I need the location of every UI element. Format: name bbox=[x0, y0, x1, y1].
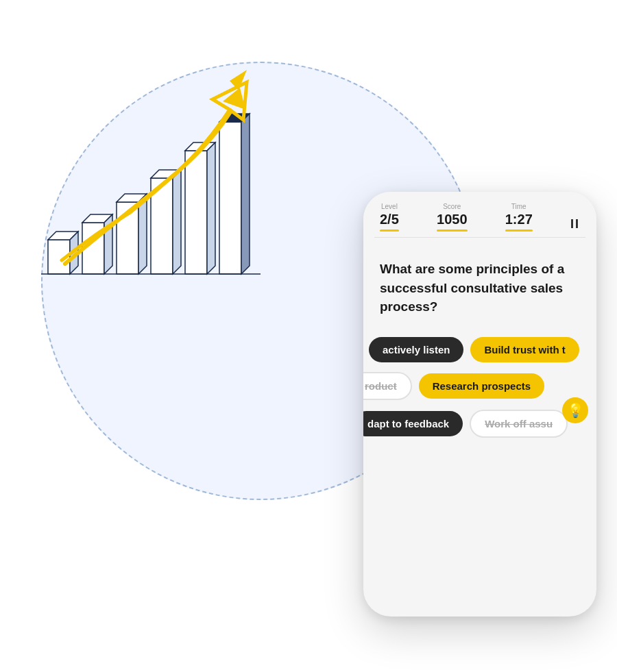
bar-4 bbox=[151, 170, 181, 274]
svg-marker-17 bbox=[241, 114, 250, 274]
time-underline bbox=[505, 229, 533, 232]
chip-work-off-assu[interactable]: Work off assu bbox=[470, 410, 568, 438]
level-value: 2/5 bbox=[380, 212, 399, 227]
chips-row-1: actively listen Build trust with t bbox=[363, 337, 596, 362]
score-value: 1050 bbox=[437, 212, 468, 227]
chip-roduct-partial[interactable]: roduct bbox=[363, 372, 412, 400]
chart-svg bbox=[27, 41, 274, 301]
phone-status-bar: Level 2/5 Score 1050 Time 1:27 II bbox=[363, 192, 596, 237]
chip-research-prospects[interactable]: Research prospects bbox=[419, 373, 544, 399]
svg-rect-15 bbox=[219, 122, 241, 274]
level-label: Level bbox=[381, 203, 398, 210]
chips-row-3: dapt to feedback Work off assu bbox=[363, 410, 596, 438]
level-stat: Level 2/5 bbox=[380, 203, 399, 232]
svg-marker-19 bbox=[230, 70, 247, 90]
phone-wrapper: Level 2/5 Score 1050 Time 1:27 II bbox=[363, 192, 596, 617]
time-value: 1:27 bbox=[505, 212, 533, 227]
chips-area: actively listen Build trust with t roduc… bbox=[363, 330, 596, 447]
pause-button[interactable]: II bbox=[570, 217, 580, 232]
chips-row-2: roduct Research prospects bbox=[363, 372, 596, 400]
chip-build-trust[interactable]: Build trust with t bbox=[470, 337, 579, 362]
bar-6 bbox=[219, 114, 250, 274]
hint-icon[interactable]: 💡 bbox=[562, 397, 588, 423]
scene: Level 2/5 Score 1050 Time 1:27 II bbox=[0, 0, 617, 672]
hint-icon-emoji: 💡 bbox=[567, 402, 584, 419]
score-stat: Score 1050 bbox=[437, 203, 468, 232]
chart-container bbox=[27, 41, 274, 301]
svg-marker-11 bbox=[173, 170, 181, 274]
svg-rect-12 bbox=[185, 151, 207, 274]
level-underline bbox=[380, 229, 399, 232]
question-text: What are some principles of a successful… bbox=[380, 260, 580, 316]
chip-actively-listen[interactable]: actively listen bbox=[369, 337, 463, 362]
time-stat: Time 1:27 bbox=[505, 203, 533, 232]
question-area: What are some principles of a successful… bbox=[363, 238, 596, 330]
score-underline bbox=[437, 229, 468, 232]
bar-3 bbox=[117, 194, 147, 274]
score-label: Score bbox=[443, 203, 461, 210]
svg-marker-14 bbox=[207, 142, 215, 274]
time-label: Time bbox=[511, 203, 527, 210]
phone-frame: Level 2/5 Score 1050 Time 1:27 II bbox=[363, 192, 596, 617]
chip-adapt-feedback[interactable]: dapt to feedback bbox=[363, 411, 463, 436]
